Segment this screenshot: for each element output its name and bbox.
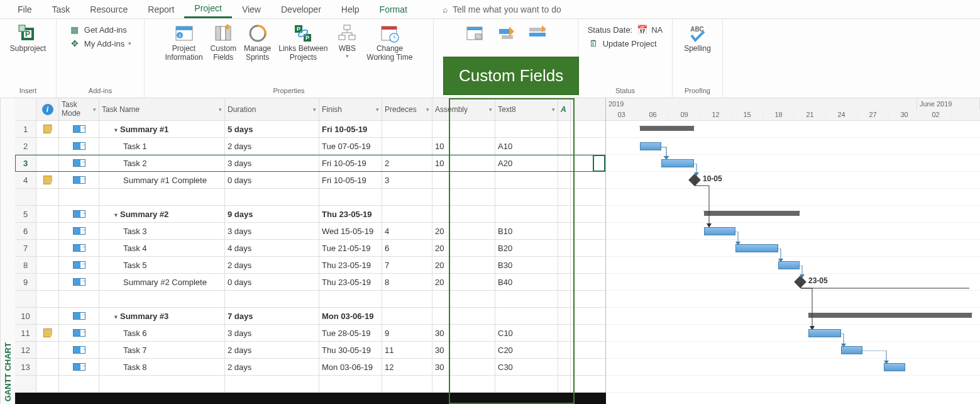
text8-cell[interactable]: B20 bbox=[495, 240, 558, 256]
task-mode-cell[interactable] bbox=[59, 223, 99, 239]
text8-cell[interactable] bbox=[495, 189, 558, 205]
task-grid[interactable]: i TaskMode Task Name Duration Finish Pre… bbox=[15, 98, 606, 404]
hdr-predecessors[interactable]: Predeces bbox=[382, 98, 432, 120]
duration-cell[interactable]: 3 days bbox=[225, 223, 319, 239]
predecessors-cell[interactable] bbox=[382, 376, 432, 392]
finish-cell[interactable]: Thu 23-05-19 bbox=[319, 257, 382, 273]
assembly-cell[interactable]: 10 bbox=[432, 155, 495, 171]
assembly-cell[interactable]: 30 bbox=[432, 359, 495, 375]
extra-cell[interactable] bbox=[558, 376, 571, 392]
assembly-cell[interactable]: 20 bbox=[432, 240, 495, 256]
task-mode-cell[interactable] bbox=[59, 138, 99, 154]
menu-task[interactable]: Task bbox=[42, 1, 80, 18]
project-information-button[interactable]: i Project Information bbox=[162, 21, 207, 63]
finish-cell[interactable]: Wed 15-05-19 bbox=[319, 223, 382, 239]
predecessors-cell[interactable]: 3 bbox=[382, 172, 432, 188]
menu-file[interactable]: File bbox=[8, 1, 42, 18]
table-row[interactable]: 11Task 63 daysTue 28-05-19930C10 bbox=[15, 325, 605, 342]
assembly-cell[interactable] bbox=[432, 291, 495, 307]
finish-cell[interactable]: Thu 23-05-19 bbox=[319, 274, 382, 290]
table-row[interactable]: 3Task 23 daysFri 10-05-19210A20 bbox=[15, 155, 605, 172]
assembly-cell[interactable]: 20 bbox=[432, 257, 495, 273]
manage-sprints-button[interactable]: Manage Sprints bbox=[240, 21, 275, 63]
task-name-cell[interactable] bbox=[99, 189, 225, 205]
hdr-rownum[interactable] bbox=[15, 98, 36, 120]
task-mode-cell[interactable] bbox=[59, 325, 99, 341]
duration-cell[interactable]: 9 days bbox=[225, 206, 319, 222]
finish-cell[interactable]: Tue 21-05-19 bbox=[319, 240, 382, 256]
indicator-cell[interactable] bbox=[36, 325, 59, 341]
duration-cell[interactable]: 0 days bbox=[225, 172, 319, 188]
schedule-button-1[interactable] bbox=[459, 21, 490, 45]
extra-cell[interactable] bbox=[558, 172, 571, 188]
duration-cell[interactable]: 3 days bbox=[225, 155, 319, 171]
duration-cell[interactable]: 5 days bbox=[225, 121, 319, 137]
indicator-cell[interactable] bbox=[36, 376, 59, 392]
indicator-cell[interactable] bbox=[36, 257, 59, 273]
gantt-row[interactable] bbox=[606, 189, 980, 206]
gantt-summary-bar[interactable] bbox=[640, 126, 694, 131]
task-name-cell[interactable]: Task 6 bbox=[99, 325, 225, 341]
finish-cell[interactable]: Mon 03-06-19 bbox=[319, 308, 382, 324]
text8-cell[interactable]: B30 bbox=[495, 257, 558, 273]
extra-cell[interactable] bbox=[558, 308, 571, 324]
table-row[interactable]: 8Task 52 daysThu 23-05-19720B30 bbox=[15, 257, 605, 274]
assembly-cell[interactable] bbox=[432, 308, 495, 324]
duration-cell[interactable]: 7 days bbox=[225, 308, 319, 324]
text8-cell[interactable]: A10 bbox=[495, 138, 558, 154]
gantt-row[interactable] bbox=[606, 240, 980, 257]
row-number[interactable] bbox=[15, 189, 36, 205]
task-name-cell[interactable]: Summary #3 bbox=[99, 308, 225, 324]
spelling-button[interactable]: ABC Spelling bbox=[680, 21, 715, 54]
row-number[interactable]: 7 bbox=[15, 240, 36, 256]
task-mode-cell[interactable] bbox=[59, 359, 99, 375]
table-row[interactable]: 10Summary #37 daysMon 03-06-19 bbox=[15, 308, 605, 325]
row-number[interactable]: 13 bbox=[15, 359, 36, 375]
indicator-cell[interactable] bbox=[36, 240, 59, 256]
indicator-cell[interactable] bbox=[36, 274, 59, 290]
table-row[interactable]: 1Summary #15 daysFri 10-05-19 bbox=[15, 121, 605, 138]
row-number[interactable] bbox=[15, 291, 36, 307]
task-name-cell[interactable] bbox=[99, 291, 225, 307]
finish-cell[interactable]: Fri 10-05-19 bbox=[319, 155, 382, 171]
extra-cell[interactable] bbox=[558, 189, 571, 205]
finish-cell[interactable]: Thu 23-05-19 bbox=[319, 206, 382, 222]
row-number[interactable]: 2 bbox=[15, 138, 36, 154]
text8-cell[interactable] bbox=[495, 121, 558, 137]
hdr-assembly[interactable]: Assembly bbox=[432, 98, 495, 120]
task-name-cell[interactable]: Task 3 bbox=[99, 223, 225, 239]
finish-cell[interactable] bbox=[319, 376, 382, 392]
gantt-task-bar[interactable] bbox=[704, 227, 735, 235]
finish-cell[interactable]: Thu 30-05-19 bbox=[319, 342, 382, 358]
extra-cell[interactable] bbox=[558, 325, 571, 341]
finish-cell[interactable] bbox=[319, 291, 382, 307]
text8-cell[interactable] bbox=[495, 308, 558, 324]
tell-me-search[interactable]: ⌕ Tell me what you want to do bbox=[443, 4, 561, 14]
gantt-row[interactable] bbox=[606, 223, 980, 240]
indicator-cell[interactable] bbox=[36, 138, 59, 154]
duration-cell[interactable]: 3 days bbox=[225, 325, 319, 341]
task-mode-cell[interactable] bbox=[59, 189, 99, 205]
row-number[interactable]: 3 bbox=[15, 155, 36, 171]
extra-cell[interactable] bbox=[558, 121, 571, 137]
table-row[interactable]: 4Summary #1 Complete0 daysFri 10-05-193 bbox=[15, 172, 605, 189]
predecessors-cell[interactable] bbox=[382, 121, 432, 137]
update-project-button[interactable]: 🗓 Update Project bbox=[588, 38, 663, 49]
menu-report[interactable]: Report bbox=[138, 1, 184, 18]
assembly-cell[interactable] bbox=[432, 121, 495, 137]
predecessors-cell[interactable] bbox=[382, 189, 432, 205]
assembly-cell[interactable]: 30 bbox=[432, 325, 495, 341]
row-number[interactable]: 12 bbox=[15, 342, 36, 358]
row-number[interactable]: 1 bbox=[15, 121, 36, 137]
predecessors-cell[interactable]: 8 bbox=[382, 274, 432, 290]
row-number[interactable] bbox=[15, 376, 36, 392]
predecessors-cell[interactable] bbox=[382, 291, 432, 307]
indicator-cell[interactable] bbox=[36, 172, 59, 188]
change-working-time-button[interactable]: Change Working Time bbox=[363, 21, 416, 63]
hdr-duration[interactable]: Duration bbox=[225, 98, 319, 120]
duration-cell[interactable]: 0 days bbox=[225, 274, 319, 290]
extra-cell[interactable] bbox=[558, 359, 571, 375]
predecessors-cell[interactable]: 7 bbox=[382, 257, 432, 273]
duration-cell[interactable]: 2 days bbox=[225, 257, 319, 273]
assembly-cell[interactable]: 30 bbox=[432, 342, 495, 358]
